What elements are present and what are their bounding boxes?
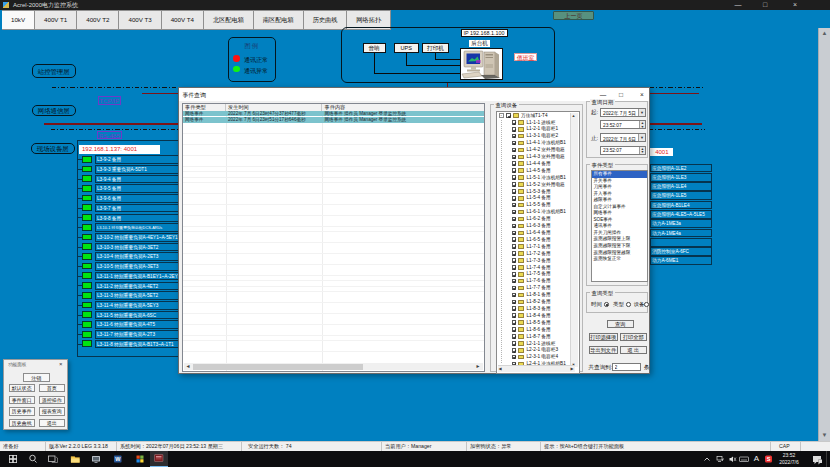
tree-checkbox[interactable]	[512, 141, 517, 146]
date-from-combo[interactable]: 2022年 7月 5日▼	[600, 108, 646, 117]
active-app-icon[interactable]	[150, 451, 168, 467]
event-type-item[interactable]: 遥测恢复正常	[592, 256, 647, 263]
tree-row[interactable]: L1-6-2 备用	[497, 216, 579, 223]
tree-row[interactable]: L1-7-3 备用	[497, 257, 579, 264]
left-device-row[interactable]: L3-9-5 备用	[95, 184, 186, 194]
tree-row[interactable]: L2-2-1 电容柜3	[497, 347, 579, 354]
tab[interactable]: 10kV	[2, 10, 35, 30]
left-device-row[interactable]: L3-9-4 备用	[95, 174, 186, 184]
print-selected-button[interactable]: 打印选择项	[589, 333, 618, 341]
left-device-row[interactable]: L3-10-5 特别重要负荷A-3ET3	[95, 262, 186, 272]
scroll-right-icon[interactable]: ►	[476, 363, 481, 370]
left-device-row[interactable]: L3-11-6 特别重要负荷A-4T5	[95, 320, 186, 330]
tree-checkbox[interactable]	[512, 231, 517, 236]
tree-checkbox[interactable]	[512, 341, 517, 346]
radio-type[interactable]	[626, 302, 631, 307]
dialog-titlebar[interactable]: 事件查询 — □ ×	[179, 88, 649, 101]
tray-chevron-icon[interactable]	[702, 451, 712, 467]
left-device-row[interactable]: L3-9-7 备用	[95, 203, 186, 213]
tree-checkbox[interactable]	[512, 155, 517, 160]
scroll-up-icon[interactable]: ▲	[819, 28, 830, 39]
canvas-vscrollbar[interactable]: ▲ ▼	[818, 28, 830, 441]
task-view-icon[interactable]	[41, 451, 63, 467]
left-device-row[interactable]: L3-9-2 备用	[95, 155, 186, 165]
notification-center-icon[interactable]	[810, 451, 824, 467]
left-device-row[interactable]: L3-10-2 特别重要负荷A-4EY1~A-5EY1	[95, 232, 186, 242]
tree-root-row[interactable]: - 万佳城T1-T4	[497, 112, 579, 119]
tree-checkbox[interactable]	[512, 203, 517, 208]
left-device-row[interactable]: L3-11-3 特别重要负荷A-5ET2	[95, 291, 186, 301]
tree-row[interactable]: L1-5-1 冷冻机组B1	[497, 174, 579, 181]
time-from-spinner[interactable]: 23:52:07 ▲▼	[600, 120, 646, 129]
tree-row[interactable]: L1-6-1 冷冻机组B1	[497, 209, 579, 216]
snipping-tool-icon[interactable]	[85, 451, 107, 467]
tree-checkbox[interactable]	[512, 300, 517, 305]
right-device-row[interactable]: 应急照明A-1LE3	[650, 173, 712, 182]
close-button[interactable]: ×	[788, 0, 802, 10]
tree-row[interactable]: L1-5-4 备用	[497, 195, 579, 202]
scroll-right-icon[interactable]: ▶	[570, 365, 573, 372]
left-device-row[interactable]: L3-11-1 特别重要负荷A-B1EY1~A-2EY3	[95, 271, 186, 281]
tree-row[interactable]: L1-8-2 备用	[497, 298, 579, 305]
tree-row[interactable]: L1-6-4 备用	[497, 229, 579, 236]
right-device-row[interactable]: 应急照明A-1LE2	[650, 163, 712, 172]
dropdown-arrow-icon[interactable]: ▼	[638, 109, 645, 116]
tree-checkbox[interactable]	[512, 148, 517, 153]
tree-checkbox[interactable]	[512, 272, 517, 277]
tree-row[interactable]: L1-1-1 进线柜	[497, 119, 579, 126]
tree-row[interactable]: L1-5-2 室外用电箱	[497, 181, 579, 188]
function-panel-close-icon[interactable]: ×	[59, 361, 63, 367]
tree-checkbox[interactable]	[512, 251, 517, 256]
exit-button[interactable]: 退 出	[620, 346, 648, 354]
tree-row[interactable]: L1-2-1 电容柜1	[497, 126, 579, 133]
fp-button-1[interactable]: 首页	[39, 384, 66, 392]
tree-row[interactable]: L1-3-1 电容柜2	[497, 133, 579, 140]
tree-row[interactable]: L1-8-1 备用	[497, 292, 579, 299]
right-device-row[interactable]: 动力A-6ME1	[650, 256, 712, 265]
tree-checkbox[interactable]	[512, 286, 517, 291]
tree-checkbox[interactable]	[512, 182, 517, 187]
left-device-row[interactable]: L3-11-7 特别重要负荷A-2T3	[95, 330, 186, 340]
tree-row[interactable]: L1-7-2 备用	[497, 250, 579, 257]
result-count-input[interactable]	[612, 363, 642, 371]
spin-down-icon[interactable]: ▼	[640, 150, 645, 154]
minimize-button[interactable]: —	[731, 0, 745, 10]
left-device-row[interactable]: L3-9-6 备用	[95, 193, 186, 203]
tab[interactable]: 北区配电箱	[204, 10, 254, 30]
tab[interactable]: 400V T3	[119, 10, 161, 30]
scroll-up-icon[interactable]: ▲	[572, 112, 576, 119]
tree-row[interactable]: L1-8-5 备用	[497, 319, 579, 326]
tree-row[interactable]: L1-4-2 室外用电箱	[497, 147, 579, 154]
right-device-row[interactable]: 应急照明A-4LE5~A-5LE5	[650, 210, 712, 219]
tree-row[interactable]: L1-4-1 冷冻机组B1	[497, 140, 579, 147]
fp-button-7[interactable]: 退出	[39, 419, 66, 427]
tree-row[interactable]: L1-5-5 备用	[497, 202, 579, 209]
tree-checkbox[interactable]	[512, 120, 517, 125]
dialog-maximize-button[interactable]: □	[616, 90, 626, 99]
tree-checkbox[interactable]	[512, 265, 517, 270]
tree-row[interactable]: L1-7-5 备用	[497, 271, 579, 278]
tree-checkbox[interactable]	[512, 279, 517, 284]
left-device-row[interactable]: L3-11-8 特别重要负荷A-B1T3~A-1T1	[95, 339, 186, 349]
tree-checkbox[interactable]	[512, 196, 517, 201]
tree-row[interactable]: L1-8-7 备用	[497, 333, 579, 340]
maximize-button[interactable]: □	[758, 0, 772, 10]
tree-checkbox[interactable]	[512, 210, 517, 215]
time-to-spinner[interactable]: 23:52:07 ▲▼	[600, 146, 646, 155]
left-device-row[interactable]: L3-11-4 特别重要负荷A-5EY3	[95, 300, 186, 310]
tree-checkbox[interactable]	[512, 244, 517, 249]
tree-vscrollbar[interactable]: ▲ ▼	[570, 113, 578, 367]
left-device-row[interactable]: L3-10-1 特别重要负荷总柜DCS-ARUs	[95, 223, 186, 233]
tree-checkbox[interactable]	[512, 293, 517, 298]
tree-hscrollbar[interactable]: ◀ ▶	[498, 365, 575, 373]
tree-checkbox[interactable]	[512, 168, 517, 173]
tree-checkbox[interactable]	[512, 189, 517, 194]
tab[interactable]: 400V T1	[35, 10, 77, 30]
file-explorer-icon[interactable]	[64, 451, 86, 467]
scroll-down-icon[interactable]: ▼	[819, 430, 830, 441]
tree-row[interactable]: L1-4-4 备用	[497, 160, 579, 167]
tree-row[interactable]: L1-5-3 备用	[497, 188, 579, 195]
tree-checkbox[interactable]	[512, 237, 517, 242]
query-button[interactable]: 查询	[607, 320, 634, 328]
tray-volume-icon[interactable]	[727, 451, 737, 467]
